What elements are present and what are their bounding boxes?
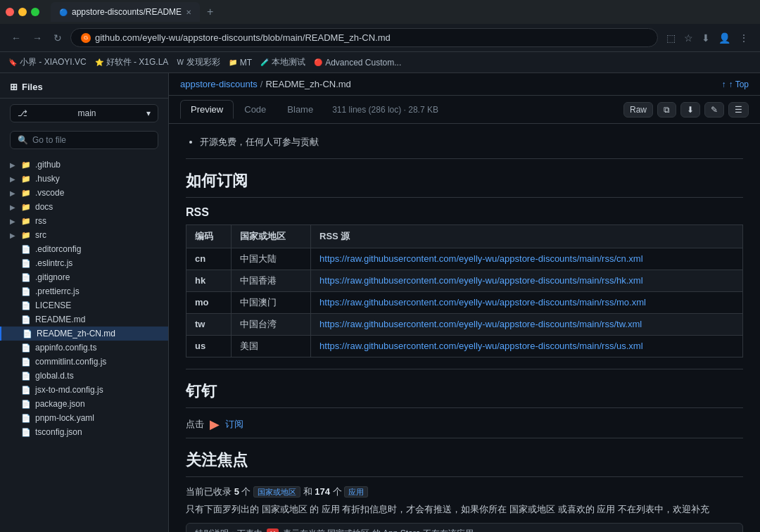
repo-link[interactable]: appstore-discounts (180, 79, 258, 89)
tree-file-global[interactable]: 📄 global.d.ts (0, 369, 168, 383)
tree-file-gitignore[interactable]: 📄 .gitignore (0, 270, 168, 284)
branch-name: main (77, 108, 96, 118)
download-button[interactable]: ⬇ (680, 102, 700, 118)
bookmark-xiaoyi[interactable]: 🔖 小界 - XIAOYI.VC (8, 56, 87, 68)
tree-file-pnpm-lock[interactable]: 📄 pnpm-lock.yaml (0, 411, 168, 425)
tree-folder-rss[interactable]: ▶ 📁 rss (0, 214, 168, 228)
main-layout: ⊞ Files ⎇ main ▾ 🔍 Go to file ▶ 📁 .githu… (0, 73, 760, 532)
folder-icon: 📁 (229, 58, 237, 66)
folder-name: .vscode (35, 188, 64, 198)
ding-heading: 钉钉 (186, 381, 743, 408)
content-area: appstore-discounts / README_zh-CN.md ↑ ↑… (169, 73, 760, 532)
file-icon: 📄 (21, 386, 31, 395)
tree-folder-src[interactable]: ▶ 📁 src (0, 228, 168, 242)
rss-url[interactable]: https://raw.githubusercontent.com/eyelly… (311, 248, 743, 270)
file-icon: 📄 (21, 372, 31, 381)
file-name: .gitignore (35, 272, 70, 282)
profile-button[interactable]: 👤 (716, 30, 733, 46)
tree-folder-vscode[interactable]: ▶ 📁 .vscode (0, 186, 168, 200)
tree-file-editorconfig[interactable]: 📄 .editorconfig (0, 242, 168, 256)
new-tab-button[interactable]: + (203, 4, 217, 20)
raw-button[interactable]: Raw (623, 102, 653, 118)
top-link[interactable]: ↑ ↑ Top (722, 80, 749, 89)
special-note-2: 表示在当前 国家或地区 的 App Store 不存在该应用 (283, 528, 474, 532)
markdown-content: 开源免费，任何人可参与贡献 如何订阅 RSS 编码 国家或地区 RSS 源 cn… (169, 124, 760, 532)
file-name: .eslintrc.js (35, 258, 72, 268)
active-tab[interactable]: 🔵 appstore-discounts/README ✕ (51, 2, 200, 22)
file-icon: 📄 (21, 357, 31, 367)
refresh-button[interactable]: ↻ (51, 30, 65, 46)
file-icon: 📄 (21, 301, 31, 310)
ding-subscribe-label[interactable]: 订阅 (225, 418, 243, 431)
file-name: README_zh-CN.md (37, 329, 115, 338)
file-name: commitlint.config.js (35, 357, 106, 367)
file-icon: 📄 (21, 400, 31, 409)
file-meta: 311 lines (286 loc) · 28.7 KB (332, 105, 438, 115)
bookmark-icon: 🧪 (260, 58, 269, 66)
count-region-tag: 国家或地区 (253, 486, 300, 498)
search-placeholder: Go to file (32, 135, 66, 145)
back-button[interactable]: ← (8, 30, 24, 46)
bookmark-label: MT (240, 58, 252, 68)
rss-url[interactable]: https://raw.githubusercontent.com/eyelly… (311, 270, 743, 291)
bookmark-icon: 🔖 (8, 58, 17, 66)
bookmark-discover[interactable]: W 发现彩彩 (177, 56, 220, 68)
breadcrumb-sep: / (260, 79, 263, 89)
expand-arrow-icon: ▶ (10, 232, 17, 239)
current-file: README_zh-CN.md (265, 79, 350, 89)
tree-file-readme-cn[interactable]: 📄 README_zh-CN.md (0, 327, 168, 341)
rss-url[interactable]: https://raw.githubusercontent.com/eyelly… (311, 291, 743, 313)
maximize-window-button[interactable] (31, 8, 39, 16)
search-box[interactable]: 🔍 Go to file (10, 131, 158, 149)
rss-row: cn 中国大陆 https://raw.githubusercontent.co… (186, 248, 743, 270)
site-favicon: G (81, 33, 91, 43)
ding-subscribe: 点击 ▶ 订阅 (186, 417, 743, 432)
bookmark-button[interactable]: ☆ (681, 30, 696, 46)
copy-button[interactable]: ⧉ (657, 102, 676, 118)
rss-url[interactable]: https://raw.githubusercontent.com/eyelly… (311, 313, 743, 335)
folder-icon: 📁 (21, 189, 31, 198)
tree-file-license[interactable]: 📄 LICENSE (0, 298, 168, 312)
tab-preview[interactable]: Preview (180, 100, 234, 119)
tree-folder-docs[interactable]: ▶ 📁 docs (0, 200, 168, 214)
tree-file-eslintrc[interactable]: 📄 .eslintrc.js (0, 256, 168, 270)
bookmark-mt[interactable]: 📁 MT (229, 58, 252, 68)
bookmark-software[interactable]: ⭐ 好软件 - X1G.LA (95, 56, 169, 68)
folder-name: docs (35, 202, 53, 212)
tree-file-package[interactable]: 📄 package.json (0, 397, 168, 411)
rss-url[interactable]: https://raw.githubusercontent.com/eyelly… (311, 335, 743, 357)
count-app-tag: 应用 (344, 486, 368, 498)
close-window-button[interactable] (6, 8, 14, 16)
bookmark-advanced[interactable]: 🔴 Advanced Custom... (314, 58, 401, 68)
forward-button[interactable]: → (30, 30, 45, 46)
minimize-window-button[interactable] (18, 8, 27, 16)
folder-icon: 📁 (21, 175, 31, 184)
cast-button[interactable]: ⬚ (664, 30, 678, 46)
folder-name: src (35, 230, 46, 240)
tree-folder-husky[interactable]: ▶ 📁 .husky (0, 172, 168, 186)
rss-row: tw 中国台湾 https://raw.githubusercontent.co… (186, 313, 743, 335)
count-174: 174 (315, 486, 330, 497)
url-bar[interactable]: G github.com/eyelly-wu/appstore-discount… (70, 28, 658, 47)
address-actions: ⬚ ☆ ⬇ 👤 ⋮ (664, 30, 752, 46)
file-icon: 📄 (21, 414, 31, 423)
tree-folder-github[interactable]: ▶ 📁 .github (0, 158, 168, 172)
tree-file-readme[interactable]: 📄 README.md (0, 312, 168, 327)
breadcrumb: appstore-discounts / README_zh-CN.md (180, 79, 351, 89)
tree-file-tsconfig[interactable]: 📄 tsconfig.json (0, 425, 168, 439)
rss-header-region: 国家或地区 (232, 224, 311, 248)
branch-selector[interactable]: ⎇ main ▾ (10, 104, 158, 122)
download-button[interactable]: ⬇ (699, 30, 713, 46)
tab-close-button[interactable]: ✕ (186, 8, 191, 16)
tree-file-appinfo[interactable]: 📄 appinfo.config.ts (0, 341, 168, 355)
edit-button[interactable]: ✎ (704, 102, 724, 118)
bookmark-local[interactable]: 🧪 本地测试 (260, 56, 305, 68)
tree-file-commitlint[interactable]: 📄 commitlint.config.js (0, 355, 168, 369)
menu-button[interactable]: ⋮ (736, 30, 752, 46)
tree-file-prettierrc[interactable]: 📄 .prettierrc.js (0, 284, 168, 298)
tab-code[interactable]: Code (234, 100, 277, 119)
focus-heading: 关注焦点 (186, 450, 743, 477)
tab-blame[interactable]: Blame (277, 100, 324, 119)
more-button[interactable]: ☰ (728, 102, 749, 118)
tree-file-jsx-to-md[interactable]: 📄 jsx-to-md.config.js (0, 383, 168, 397)
